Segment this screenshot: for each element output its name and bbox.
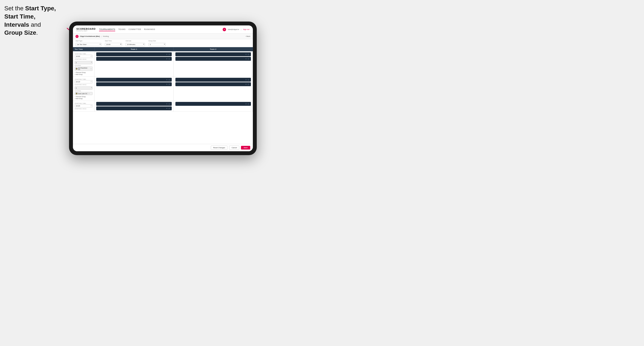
remove-icon-2: ○ xyxy=(75,96,76,98)
starting-time-input-2[interactable] xyxy=(75,80,92,83)
group-3-team1: ✕ ⊡ ✕ ⊡ xyxy=(94,101,174,111)
player-row-3-1: ✕ ⊡ xyxy=(96,102,172,106)
starting-time-input-wrap-2: ⏱ xyxy=(75,80,92,83)
starting-hole-select-wrap-2: 1 xyxy=(75,86,92,90)
group-size-select[interactable]: 3 xyxy=(148,43,166,46)
player-controls-2-4: ✕ ⊡ xyxy=(245,83,249,85)
player-x-2-4[interactable]: ✕ xyxy=(245,83,247,85)
remove-group-btn-2[interactable]: ○ Remove Group xyxy=(75,96,92,98)
instruction-bold1: Start Type, xyxy=(25,5,56,12)
player-row-2-2: ✕ ⊡ xyxy=(96,82,172,86)
player-expand-3-2[interactable]: ⊡ xyxy=(168,108,170,109)
starting-time-input-3[interactable] xyxy=(75,104,92,108)
add-group-btn-2[interactable]: + Add Group xyxy=(75,98,92,99)
player-controls-3-3: ✕ ⊡ xyxy=(245,103,249,105)
player-expand-1-3[interactable]: ⊡ xyxy=(248,53,249,55)
instruction-line2: Start Time, xyxy=(4,13,36,20)
group-3-team2: ✕ ⊡ xyxy=(174,101,253,111)
starting-time-input-wrap-3: ⏱ xyxy=(75,104,92,108)
player-expand-2-2[interactable]: ⊡ xyxy=(168,83,170,85)
course-remove-2[interactable]: × xyxy=(89,93,90,94)
reset-changes-button[interactable]: Reset Changes xyxy=(211,146,228,150)
player-x-1-1[interactable]: ✕ xyxy=(166,53,168,55)
settings-bar: Start Type 1st Tee Start Start Time ⏱ In… xyxy=(73,39,253,47)
starting-hole-select-wrap-1: 1 xyxy=(75,60,92,64)
remove-group-btn-1[interactable]: ○ Remove Group xyxy=(75,72,92,73)
breadcrumb-separator: | xyxy=(101,35,102,37)
save-button[interactable]: Save xyxy=(241,146,250,150)
nav-tab-teams[interactable]: TEAMS xyxy=(118,28,126,31)
player-x-3-3[interactable]: ✕ xyxy=(245,103,247,105)
start-type-select-wrapper: 1st Tee Start xyxy=(76,42,102,46)
player-x-2-2[interactable]: ✕ xyxy=(166,83,168,85)
instruction-bold3: Group Size xyxy=(4,29,36,36)
cancel-button[interactable]: Cancel xyxy=(229,146,239,150)
group-actions-1: ○ Remove Group + Add Group xyxy=(75,72,92,75)
course-remove-1[interactable]: × xyxy=(90,68,92,70)
instruction-text: Set the Start Type, Start Time, Interval… xyxy=(4,4,67,37)
user-email: blair@clippd.io xyxy=(228,28,239,30)
player-row-3-2: ✕ ⊡ xyxy=(96,106,172,110)
player-x-1-3[interactable]: ✕ xyxy=(245,53,247,55)
group-actions-2: ○ Remove Group + Add Group xyxy=(75,96,92,99)
back-button[interactable]: ‹ Back xyxy=(245,35,250,37)
course-name-2: East Lake GC xyxy=(78,93,88,94)
group-size-select-wrapper: 3 xyxy=(148,42,166,46)
clock-icon: ⏱ xyxy=(120,43,122,45)
group-row-2: STARTING TIME: ⏱ STARTING HOLE: 1 COURSE… xyxy=(73,77,253,101)
player-controls-2-1: ✕ ⊡ xyxy=(166,79,170,81)
player-expand-1-4[interactable]: ⊡ xyxy=(248,58,249,60)
group-1-team2: ✕ ⊡ ✕ ⊡ xyxy=(174,51,253,76)
logo-text: SCOREBOARD xyxy=(76,27,96,30)
player-expand-2-3[interactable]: ⊡ xyxy=(248,79,249,81)
player-expand-2-4[interactable]: ⊡ xyxy=(248,83,249,85)
group-2-team1: ✕ ⊡ ✕ ⊡ xyxy=(94,77,174,101)
footer-bar: Reset Changes Cancel Save xyxy=(73,144,253,151)
time-icon-3: ⏱ xyxy=(90,105,92,107)
nav-links: TOURNAMENTS TEAMS COMMITTEE RANKINGS xyxy=(99,28,223,31)
intervals-group: Intervals 10 Minutes xyxy=(126,40,145,46)
player-x-1-2[interactable]: ✕ xyxy=(166,58,168,60)
player-controls-2-2: ✕ ⊡ xyxy=(166,83,170,85)
breadcrumb-bar: C Clipp'd Invitational (Mar) | Hosting ‹… xyxy=(73,34,253,39)
instruction-bold2: Intervals xyxy=(4,21,29,28)
player-controls-1-1: ✕ ⊡ xyxy=(166,53,170,55)
player-x-2-3[interactable]: ✕ xyxy=(245,79,247,81)
player-expand-3-3[interactable]: ⊡ xyxy=(248,103,249,105)
starting-hole-select-2[interactable]: 1 xyxy=(75,86,92,90)
group-row-1: STARTING TIME: ⏱ STARTING HOLE: 1 COURSE… xyxy=(73,51,253,77)
nav-tab-committee[interactable]: COMMITTEE xyxy=(128,28,141,31)
player-controls-1-2: ✕ ⊡ xyxy=(166,58,170,60)
player-expand-1-1[interactable]: ⊡ xyxy=(168,53,170,55)
player-controls-2-3: ✕ ⊡ xyxy=(245,79,249,81)
logo-area: SCOREBOARD Powered by clipp'd xyxy=(76,27,96,31)
starting-hole-select-1[interactable]: 1 xyxy=(75,61,92,64)
intervals-label: Intervals xyxy=(126,40,145,42)
player-x-1-4[interactable]: ✕ xyxy=(245,58,247,60)
player-expand-2-1[interactable]: ⊡ xyxy=(168,79,170,81)
nav-tab-tournaments[interactable]: TOURNAMENTS xyxy=(99,28,115,31)
player-expand-3-1[interactable]: ⊡ xyxy=(168,103,170,105)
player-controls-1-3: ✕ ⊡ xyxy=(245,53,249,55)
player-row-1-1: ✕ ⊡ xyxy=(96,52,172,56)
player-expand-1-2[interactable]: ⊡ xyxy=(168,58,170,60)
intervals-select[interactable]: 10 Minutes xyxy=(126,43,145,46)
user-avatar: B xyxy=(223,28,226,31)
add-group-btn-1[interactable]: + Add Group xyxy=(75,74,92,75)
group-2-team2: ✕ ⊡ ✕ ⊡ xyxy=(174,77,253,101)
start-type-select[interactable]: 1st Tee Start xyxy=(76,43,102,46)
sign-out-link[interactable]: Sign out xyxy=(243,28,250,30)
player-row-2-1: ✕ ⊡ xyxy=(96,78,172,82)
course-label-1: COURSE: xyxy=(75,65,92,66)
starting-time-input-1[interactable] xyxy=(75,55,92,58)
th-team1: Team 1 xyxy=(94,47,174,51)
start-time-input[interactable] xyxy=(105,43,122,46)
clipp-icon: C xyxy=(76,35,78,38)
player-x-3-2[interactable]: ✕ xyxy=(166,108,168,109)
player-x-3-1[interactable]: ✕ xyxy=(166,103,168,105)
start-type-label: Start Type xyxy=(76,40,102,42)
instruction-line3: and xyxy=(29,21,41,28)
player-x-2-1[interactable]: ✕ xyxy=(166,79,168,81)
nav-tab-rankings[interactable]: RANKINGS xyxy=(144,28,155,31)
starting-time-input-wrap-1: ⏱ xyxy=(75,55,92,58)
